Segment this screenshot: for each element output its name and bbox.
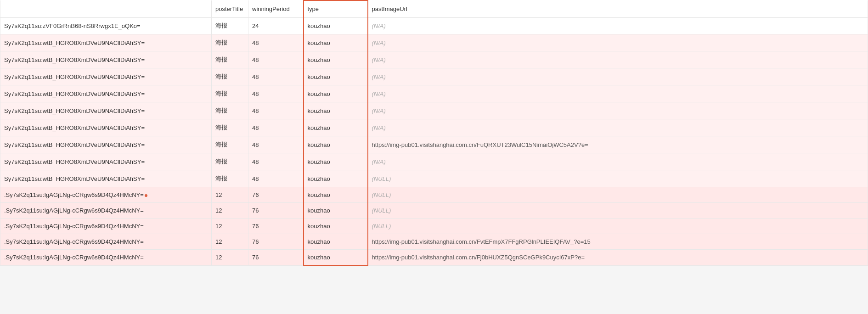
cell-poster-title: 12 (212, 234, 248, 250)
cell-id: .Sy7sK2q11su:IgAGjLNg-cCRgw6s9D4Qz4HMcNY… (0, 203, 212, 219)
cell-type: kouzhao (304, 170, 368, 187)
cell-winning-period: 48 (248, 68, 304, 85)
table-header-row: posterTitle winningPeriod type pastImage… (0, 0, 868, 17)
cell-id: .Sy7sK2q11su:IgAGjLNg-cCRgw6s9D4Qz4HMcNY… (0, 250, 212, 266)
cell-poster-title: 海报 (212, 51, 248, 68)
table-row: Sy7sK2q11su:wtB_HGRO8XmDVeU9NACllDiAhSY=… (0, 153, 868, 170)
cell-id: .Sy7sK2q11su:IgAGjLNg-cCRgw6s9D4Qz4HMcNY… (0, 187, 212, 203)
cell-winning-period: 76 (248, 203, 304, 219)
cell-type: kouzhao (304, 219, 368, 234)
cell-winning-period: 76 (248, 187, 304, 203)
cell-id: Sy7sK2q11su:wtB_HGRO8XmDVeU9NACllDiAhSY= (0, 119, 212, 136)
table-row: .Sy7sK2q11su:IgAGjLNg-cCRgw6s9D4Qz4HMcNY… (0, 219, 868, 234)
cell-type: kouzhao (304, 17, 368, 34)
cell-past-image-url: https://img-pub01.visitshanghai.com.cn/F… (368, 234, 868, 250)
cell-past-image-url: (N/A) (368, 102, 868, 119)
cell-id: Sy7sK2q11su:wtB_HGRO8XmDVeU9NACllDiAhSY= (0, 34, 212, 51)
cell-past-image-url: (N/A) (368, 85, 868, 102)
cell-past-image-url: (NULL) (368, 187, 868, 203)
cell-type: kouzhao (304, 250, 368, 266)
cell-type: kouzhao (304, 187, 368, 203)
cell-type: kouzhao (304, 203, 368, 219)
cell-winning-period: 76 (248, 250, 304, 266)
cell-past-image-url: (N/A) (368, 153, 868, 170)
cell-past-image-url: (NULL) (368, 203, 868, 219)
table-row: Sy7sK2q11su:zVF0GrRnB68-nS8Rrwgx1E_oQKo=… (0, 17, 868, 34)
cell-type: kouzhao (304, 51, 368, 68)
cell-poster-title: 12 (212, 250, 248, 266)
col-header-id (0, 0, 212, 17)
cell-winning-period: 48 (248, 136, 304, 153)
cell-type: kouzhao (304, 234, 368, 250)
cell-type: kouzhao (304, 153, 368, 170)
cell-id: .Sy7sK2q11su:IgAGjLNg-cCRgw6s9D4Qz4HMcNY… (0, 219, 212, 234)
table-row: Sy7sK2q11su:wtB_HGRO8XmDVeU9NACllDiAhSY=… (0, 85, 868, 102)
cell-poster-title: 海报 (212, 153, 248, 170)
table-row: Sy7sK2q11su:wtB_HGRO8XmDVeU9NACllDiAhSY=… (0, 136, 868, 153)
cell-past-image-url: (N/A) (368, 51, 868, 68)
cell-winning-period: 76 (248, 219, 304, 234)
cell-past-image-url: (N/A) (368, 34, 868, 51)
cell-type: kouzhao (304, 119, 368, 136)
table-body: Sy7sK2q11su:zVF0GrRnB68-nS8Rrwgx1E_oQKo=… (0, 17, 868, 266)
cell-poster-title: 海报 (212, 85, 248, 102)
data-table: posterTitle winningPeriod type pastImage… (0, 0, 868, 266)
col-header-type: type (304, 0, 368, 17)
table-row: Sy7sK2q11su:wtB_HGRO8XmDVeU9NACllDiAhSY=… (0, 34, 868, 51)
col-header-poster-title: posterTitle (212, 0, 248, 17)
col-header-past-image-url: pastImageUrl (368, 0, 868, 17)
table-row: Sy7sK2q11su:wtB_HGRO8XmDVeU9NACllDiAhSY=… (0, 170, 868, 187)
cell-poster-title: 海报 (212, 170, 248, 187)
cell-type: kouzhao (304, 136, 368, 153)
cell-id: Sy7sK2q11su:wtB_HGRO8XmDVeU9NACllDiAhSY= (0, 136, 212, 153)
cell-id: Sy7sK2q11su:wtB_HGRO8XmDVeU9NACllDiAhSY= (0, 85, 212, 102)
cell-past-image-url: https://img-pub01.visitshanghai.com.cn/F… (368, 136, 868, 153)
cell-past-image-url: https://img-pub01.visitshanghai.com.cn/F… (368, 250, 868, 266)
cell-poster-title: 12 (212, 219, 248, 234)
cell-id: Sy7sK2q11su:zVF0GrRnB68-nS8Rrwgx1E_oQKo= (0, 17, 212, 34)
table-row: .Sy7sK2q11su:IgAGjLNg-cCRgw6s9D4Qz4HMcNY… (0, 250, 868, 266)
table-container: posterTitle winningPeriod type pastImage… (0, 0, 868, 266)
cell-id: Sy7sK2q11su:wtB_HGRO8XmDVeU9NACllDiAhSY= (0, 68, 212, 85)
cell-type: kouzhao (304, 102, 368, 119)
table-row: Sy7sK2q11su:wtB_HGRO8XmDVeU9NACllDiAhSY=… (0, 102, 868, 119)
cell-winning-period: 48 (248, 51, 304, 68)
cell-poster-title: 海报 (212, 136, 248, 153)
cell-id: Sy7sK2q11su:wtB_HGRO8XmDVeU9NACllDiAhSY= (0, 153, 212, 170)
cell-id: Sy7sK2q11su:wtB_HGRO8XmDVeU9NACllDiAhSY= (0, 51, 212, 68)
cell-winning-period: 48 (248, 34, 304, 51)
cell-past-image-url: (NULL) (368, 170, 868, 187)
cell-type: kouzhao (304, 34, 368, 51)
cell-id: Sy7sK2q11su:wtB_HGRO8XmDVeU9NACllDiAhSY= (0, 102, 212, 119)
cell-winning-period: 76 (248, 234, 304, 250)
cell-winning-period: 48 (248, 119, 304, 136)
table-row: Sy7sK2q11su:wtB_HGRO8XmDVeU9NACllDiAhSY=… (0, 68, 868, 85)
cell-poster-title: 海报 (212, 34, 248, 51)
table-row: .Sy7sK2q11su:IgAGjLNg-cCRgw6s9D4Qz4HMcNY… (0, 203, 868, 219)
cell-past-image-url: (N/A) (368, 119, 868, 136)
cell-poster-title: 海报 (212, 17, 248, 34)
cell-winning-period: 48 (248, 85, 304, 102)
table-row: .Sy7sK2q11su:IgAGjLNg-cCRgw6s9D4Qz4HMcNY… (0, 187, 868, 203)
cell-winning-period: 48 (248, 153, 304, 170)
cell-poster-title: 12 (212, 203, 248, 219)
cell-poster-title: 海报 (212, 119, 248, 136)
cell-past-image-url: (N/A) (368, 68, 868, 85)
cell-past-image-url: (NULL) (368, 219, 868, 234)
cell-type: kouzhao (304, 68, 368, 85)
table-row: Sy7sK2q11su:wtB_HGRO8XmDVeU9NACllDiAhSY=… (0, 51, 868, 68)
red-dot-indicator (145, 194, 147, 197)
cell-id: .Sy7sK2q11su:IgAGjLNg-cCRgw6s9D4Qz4HMcNY… (0, 234, 212, 250)
cell-winning-period: 48 (248, 170, 304, 187)
cell-type: kouzhao (304, 85, 368, 102)
col-header-winning-period: winningPeriod (248, 0, 304, 17)
cell-winning-period: 48 (248, 102, 304, 119)
table-row: Sy7sK2q11su:wtB_HGRO8XmDVeU9NACllDiAhSY=… (0, 119, 868, 136)
cell-poster-title: 12 (212, 187, 248, 203)
cell-poster-title: 海报 (212, 102, 248, 119)
cell-past-image-url: (N/A) (368, 17, 868, 34)
cell-id: Sy7sK2q11su:wtB_HGRO8XmDVeU9NACllDiAhSY= (0, 170, 212, 187)
cell-poster-title: 海报 (212, 68, 248, 85)
cell-winning-period: 24 (248, 17, 304, 34)
table-row: .Sy7sK2q11su:IgAGjLNg-cCRgw6s9D4Qz4HMcNY… (0, 234, 868, 250)
